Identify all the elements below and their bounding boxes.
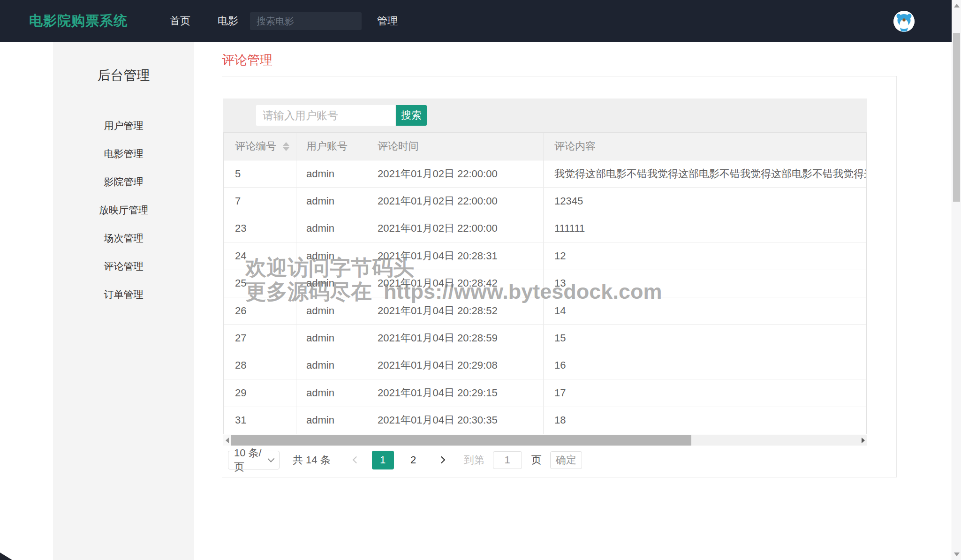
scroll-up-icon[interactable] <box>954 4 960 8</box>
user-avatar[interactable] <box>893 11 915 32</box>
page-vertical-scrollbar[interactable] <box>952 0 961 560</box>
page-size-select[interactable]: 10 条/页 <box>228 451 280 469</box>
sidebar-menu: 用户管理 电影管理 影院管理 放映厅管理 场次管理 评论管理 订单管理 <box>53 112 194 309</box>
horizontal-scrollbar-thumb[interactable] <box>231 435 691 446</box>
sort-icon[interactable] <box>283 142 289 151</box>
cell-comment-content: 我觉得这部电影不错我觉得这部电影不错我觉得这部电影不错我觉得这部电影不错 <box>543 160 866 187</box>
table-header-row: 评论编号 用户账号 评论时间 评论内容 <box>224 133 866 160</box>
user-account-search-input[interactable] <box>256 105 395 126</box>
table-body: 5 admin 2021年01月02日 22:00:00 我觉得这部电影不错我觉… <box>224 160 866 434</box>
column-header-label: 评论编号 <box>235 139 276 153</box>
cell-comment-time: 2021年01月04日 20:28:59 <box>367 325 543 351</box>
table-row: 26 admin 2021年01月04日 20:28:52 14 <box>224 297 866 325</box>
corner-decoration <box>0 552 12 560</box>
search-button[interactable]: 搜索 <box>396 105 427 126</box>
cell-comment-id: 25 <box>224 270 296 297</box>
table-row: 7 admin 2021年01月02日 22:00:00 12345 <box>224 188 866 215</box>
cell-comment-id: 24 <box>224 242 296 269</box>
cell-comment-content: 18 <box>543 407 866 434</box>
cell-user-account: admin <box>296 407 367 434</box>
scroll-down-icon[interactable] <box>954 552 960 556</box>
table-row: 25 admin 2021年01月04日 20:28:42 13 <box>224 270 866 297</box>
jump-page-input[interactable] <box>493 451 522 469</box>
cell-comment-time: 2021年01月04日 20:28:52 <box>367 297 543 324</box>
column-header-comment-id: 评论编号 <box>224 133 296 160</box>
cell-comment-id: 31 <box>224 407 296 434</box>
table-row: 31 admin 2021年01月04日 20:30:35 18 <box>224 407 866 434</box>
cell-comment-time: 2021年01月04日 20:28:42 <box>367 270 543 297</box>
page-size-value: 10 条/页 <box>234 446 269 474</box>
cell-user-account: admin <box>296 379 367 406</box>
scroll-right-icon[interactable] <box>859 435 867 446</box>
sidebar-item-orders[interactable]: 订单管理 <box>53 280 194 309</box>
total-count-label: 共 14 条 <box>293 453 331 467</box>
prev-page-button[interactable] <box>349 451 363 469</box>
cell-user-account: admin <box>296 325 367 351</box>
cell-user-account: admin <box>296 270 367 297</box>
table-row: 24 admin 2021年01月04日 20:28:31 12 <box>224 242 866 270</box>
cell-comment-content: 14 <box>543 297 866 324</box>
table-horizontal-scrollbar[interactable] <box>223 435 867 446</box>
movie-search-input[interactable] <box>250 12 362 30</box>
table-row: 5 admin 2021年01月02日 22:00:00 我觉得这部电影不错我觉… <box>224 160 866 188</box>
jump-to-label: 到第 <box>464 453 484 467</box>
admin-sidebar: 后台管理 用户管理 电影管理 影院管理 放映厅管理 场次管理 评论管理 订单管理 <box>53 42 194 560</box>
sidebar-item-halls[interactable]: 放映厅管理 <box>53 196 194 224</box>
page-button-2[interactable]: 2 <box>402 451 424 469</box>
table-row: 28 admin 2021年01月04日 20:29:08 16 <box>224 352 866 379</box>
cell-user-account: admin <box>296 242 367 269</box>
cell-comment-content: 111111 <box>543 215 866 242</box>
nav-item-movies[interactable]: 电影 <box>218 0 238 42</box>
sidebar-item-cinemas[interactable]: 影院管理 <box>53 168 194 196</box>
nav-item-home[interactable]: 首页 <box>170 0 190 42</box>
cell-comment-time: 2021年01月04日 20:30:35 <box>367 407 543 434</box>
cell-user-account: admin <box>296 215 367 242</box>
cell-user-account: admin <box>296 297 367 324</box>
cell-comment-time: 2021年01月04日 20:29:15 <box>367 379 543 406</box>
nav-item-admin[interactable]: 管理 <box>377 0 398 42</box>
pagination-bar: 10 条/页 共 14 条 1 2 到第 页 确定 <box>223 447 867 473</box>
page-button-1[interactable]: 1 <box>372 451 394 469</box>
confirm-button[interactable]: 确定 <box>550 451 582 469</box>
sidebar-item-comments[interactable]: 评论管理 <box>53 252 194 280</box>
table-row: 23 admin 2021年01月02日 22:00:00 111111 <box>224 215 866 242</box>
cell-comment-time: 2021年01月02日 22:00:00 <box>367 160 543 187</box>
sidebar-item-sessions[interactable]: 场次管理 <box>53 224 194 252</box>
vertical-scrollbar-thumb[interactable] <box>953 33 960 202</box>
comment-search-panel: 搜索 <box>223 98 867 132</box>
cell-comment-id: 29 <box>224 379 296 406</box>
cell-comment-time: 2021年01月04日 20:29:08 <box>367 352 543 379</box>
column-header-comment-time: 评论时间 <box>367 133 543 160</box>
next-page-button[interactable] <box>435 451 449 469</box>
cell-comment-time: 2021年01月04日 20:28:31 <box>367 242 543 269</box>
cell-user-account: admin <box>296 188 367 214</box>
sidebar-title: 后台管理 <box>53 67 194 84</box>
cell-user-account: admin <box>296 352 367 379</box>
cell-comment-id: 23 <box>224 215 296 242</box>
cell-comment-content: 12 <box>543 242 866 269</box>
cell-user-account: admin <box>296 160 367 187</box>
sidebar-item-users[interactable]: 用户管理 <box>53 112 194 140</box>
page-title: 评论管理 <box>222 52 272 68</box>
cell-comment-content: 17 <box>543 379 866 406</box>
cell-comment-time: 2021年01月02日 22:00:00 <box>367 215 543 242</box>
table-row: 27 admin 2021年01月04日 20:28:59 15 <box>224 325 866 352</box>
column-header-user-account: 用户账号 <box>296 133 367 160</box>
cell-comment-id: 28 <box>224 352 296 379</box>
avatar-cartoon-icon <box>893 11 915 32</box>
cell-comment-content: 16 <box>543 352 866 379</box>
column-header-comment-content: 评论内容 <box>543 133 866 160</box>
top-navbar: 电影院购票系统 首页 电影 管理 <box>0 0 961 42</box>
cell-comment-id: 26 <box>224 297 296 324</box>
app-brand[interactable]: 电影院购票系统 <box>29 0 128 42</box>
comments-table: 评论编号 用户账号 评论时间 评论内容 5 admin 2021年01月02日 … <box>223 132 867 434</box>
cell-comment-content: 12345 <box>543 188 866 214</box>
page-unit-label: 页 <box>531 453 542 467</box>
cell-comment-content: 15 <box>543 325 866 351</box>
cell-comment-id: 5 <box>224 160 296 187</box>
sidebar-item-movies[interactable]: 电影管理 <box>53 140 194 168</box>
cell-comment-content: 13 <box>543 270 866 297</box>
cell-comment-id: 27 <box>224 325 296 351</box>
scroll-left-icon[interactable] <box>223 435 231 446</box>
cell-comment-time: 2021年01月02日 22:00:00 <box>367 188 543 214</box>
